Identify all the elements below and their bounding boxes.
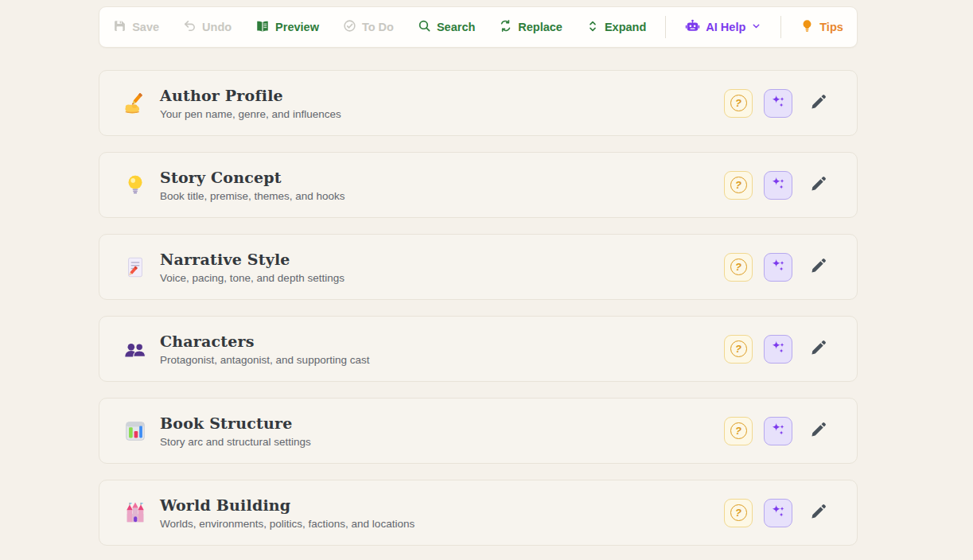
section-card-book-structure[interactable]: Book Structure Story arc and structural … (99, 398, 858, 464)
castle-icon (123, 501, 147, 525)
tips-button[interactable]: Tips (800, 19, 843, 35)
card-actions: ? (724, 417, 833, 445)
card-actions: ? (724, 89, 833, 118)
preview-book-icon (255, 19, 270, 36)
search-button[interactable]: Search (418, 19, 475, 35)
replace-label: Replace (518, 21, 562, 33)
people-icon (123, 337, 147, 361)
question-icon: ? (730, 259, 747, 275)
section-title: Narrative Style (160, 251, 724, 268)
sparkles-icon (769, 339, 787, 360)
todo-label: To Do (362, 21, 394, 33)
ai-assist-button[interactable] (764, 335, 792, 364)
help-button[interactable]: ? (724, 499, 753, 527)
sparkles-icon (769, 175, 787, 196)
section-title: Author Profile (160, 87, 724, 104)
writing-hand-icon (123, 91, 147, 115)
toolbar-divider (780, 16, 781, 38)
section-title: Story Concept (160, 169, 724, 186)
ai-assist-button[interactable] (764, 89, 792, 118)
todo-button[interactable]: To Do (343, 19, 394, 35)
lightbulb-icon (123, 173, 147, 197)
section-card-text: Narrative Style Voice, pacing, tone, and… (160, 251, 724, 284)
ai-help-label: AI Help (706, 21, 745, 33)
save-icon (113, 19, 126, 35)
edit-button[interactable] (804, 253, 833, 282)
sparkles-icon (769, 257, 787, 278)
section-subtitle: Protagonist, antagonist, and supporting … (160, 354, 724, 366)
pencil-icon (810, 175, 827, 196)
toolbar-divider (665, 16, 666, 38)
section-title: Book Structure (160, 414, 724, 432)
section-card-world-building[interactable]: World Building Worlds, environments, pol… (99, 480, 858, 546)
section-subtitle: Your pen name, genre, and influences (160, 108, 724, 120)
section-card-story-concept[interactable]: Story Concept Book title, premise, theme… (99, 152, 858, 218)
memo-icon (123, 255, 147, 279)
question-icon: ? (730, 422, 747, 439)
section-card-text: World Building Worlds, environments, pol… (160, 496, 724, 530)
section-card-text: Characters Protagonist, antagonist, and … (160, 332, 724, 366)
pencil-icon (810, 93, 827, 114)
help-button[interactable]: ? (724, 335, 753, 364)
section-card-characters[interactable]: Characters Protagonist, antagonist, and … (99, 316, 858, 382)
sparkles-icon (769, 93, 787, 114)
chevron-down-icon (751, 21, 761, 33)
ai-help-dropdown[interactable]: AI Help (685, 18, 761, 36)
sparkles-icon (769, 503, 787, 523)
ai-assist-button[interactable] (764, 171, 792, 200)
card-actions: ? (724, 499, 833, 527)
robot-icon (685, 18, 700, 36)
section-card-author-profile[interactable]: Author Profile Your pen name, genre, and… (99, 70, 858, 136)
section-title: Characters (160, 332, 724, 350)
help-button[interactable]: ? (724, 417, 753, 445)
help-button[interactable]: ? (724, 89, 753, 118)
section-list: Author Profile Your pen name, genre, and… (99, 70, 858, 546)
question-icon: ? (730, 504, 747, 521)
undo-button[interactable]: Undo (183, 19, 232, 35)
card-actions: ? (724, 171, 833, 200)
pencil-icon (810, 503, 827, 523)
edit-button[interactable] (804, 499, 833, 527)
todo-check-icon (343, 19, 356, 35)
card-actions: ? (724, 253, 833, 282)
search-label: Search (437, 21, 475, 33)
replace-icon (499, 19, 512, 35)
undo-icon (183, 19, 197, 35)
section-card-text: Author Profile Your pen name, genre, and… (160, 87, 724, 120)
edit-button[interactable] (804, 417, 833, 445)
section-card-text: Story Concept Book title, premise, theme… (160, 169, 724, 202)
edit-button[interactable] (804, 171, 833, 200)
preview-label: Preview (275, 21, 319, 33)
sparkles-icon (769, 421, 787, 441)
question-icon: ? (730, 177, 747, 193)
section-subtitle: Story arc and structural settings (160, 436, 724, 448)
lightbulb-icon (800, 19, 814, 35)
question-icon: ? (730, 340, 747, 357)
search-icon (418, 19, 431, 35)
section-subtitle: Voice, pacing, tone, and depth settings (160, 272, 724, 284)
ai-assist-button[interactable] (764, 417, 792, 445)
save-button[interactable]: Save (113, 19, 159, 35)
help-button[interactable]: ? (724, 253, 753, 282)
section-card-narrative-style[interactable]: Narrative Style Voice, pacing, tone, and… (99, 234, 858, 300)
section-subtitle: Book title, premise, themes, and hooks (160, 190, 724, 202)
undo-label: Undo (202, 21, 232, 33)
replace-button[interactable]: Replace (499, 19, 562, 35)
section-subtitle: Worlds, environments, politics, factions… (160, 518, 724, 530)
expand-icon (586, 20, 599, 35)
section-title: World Building (160, 496, 724, 514)
pencil-icon (810, 421, 827, 441)
help-button[interactable]: ? (724, 171, 753, 200)
expand-button[interactable]: Expand (586, 20, 646, 35)
edit-button[interactable] (804, 335, 833, 364)
main-content: Save Undo Preview To Do Search Replace E… (99, 6, 858, 560)
ai-assist-button[interactable] (764, 253, 792, 282)
ai-assist-button[interactable] (764, 499, 792, 527)
pencil-icon (810, 257, 827, 278)
card-actions: ? (724, 335, 833, 364)
expand-label: Expand (605, 21, 646, 33)
preview-button[interactable]: Preview (255, 19, 319, 36)
tips-label: Tips (819, 21, 843, 33)
edit-button[interactable] (804, 89, 833, 118)
toolbar: Save Undo Preview To Do Search Replace E… (99, 6, 858, 48)
